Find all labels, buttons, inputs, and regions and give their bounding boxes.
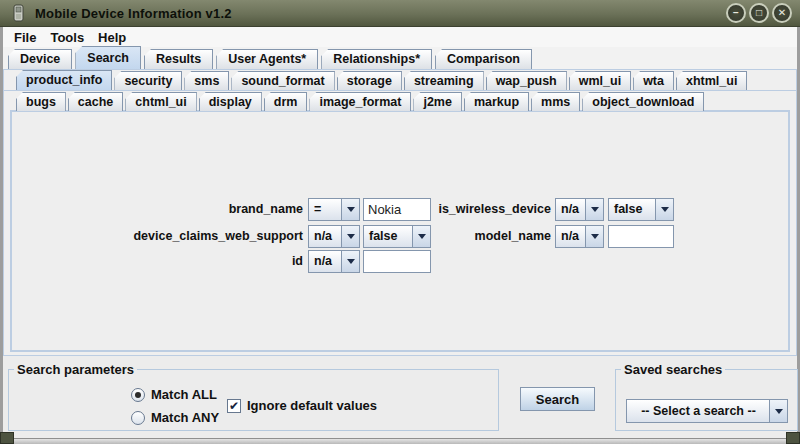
resize-grip-bottom-left[interactable] — [0, 432, 14, 444]
subtab-sound-format[interactable]: sound_format — [231, 71, 334, 90]
subtab-xhtml-ui[interactable]: xhtml_ui — [676, 71, 747, 90]
tab-relationships[interactable]: Relationships* — [321, 49, 432, 69]
resize-grip-bottom-right[interactable] — [786, 432, 800, 444]
id-input[interactable] — [363, 250, 431, 273]
subtab-drm[interactable]: drm — [264, 92, 308, 111]
minimize-icon[interactable]: − — [726, 3, 746, 23]
tab-device[interactable]: Device — [8, 49, 72, 69]
saved-searches-title: Saved searches — [621, 362, 725, 377]
subtab-mms[interactable]: mms — [531, 92, 580, 111]
subtab-object-download[interactable]: object_download — [582, 92, 704, 111]
app-window: Mobile Device Information v1.2 − □ ✕ Fil… — [0, 0, 800, 438]
subtab-wml-ui[interactable]: wml_ui — [569, 71, 631, 90]
ignore-defaults-option[interactable]: ✔ Ignore default values — [227, 398, 377, 413]
match-any-label: Match ANY — [151, 410, 219, 425]
subtab-sms[interactable]: sms — [184, 71, 229, 90]
radio-button-icon[interactable] — [131, 411, 145, 425]
chevron-down-icon[interactable] — [412, 226, 430, 247]
form-row-3: id n/a — [61, 249, 431, 273]
subtab-chtml-ui[interactable]: chtml_ui — [125, 92, 196, 111]
id-operator-select[interactable]: n/a — [308, 250, 360, 273]
form-row-1: brand_name = is_wireless_device n/a fals… — [61, 197, 674, 221]
subtab-bugs[interactable]: bugs — [16, 92, 66, 111]
chevron-down-icon[interactable] — [585, 199, 603, 220]
tab-search[interactable]: Search — [75, 46, 141, 69]
match-all-option[interactable]: Match ALL — [131, 387, 217, 402]
menu-tools[interactable]: Tools — [43, 30, 91, 45]
chevron-down-icon[interactable] — [585, 226, 603, 247]
subtab-markup[interactable]: markup — [464, 92, 529, 111]
subtab-storage[interactable]: storage — [337, 71, 402, 90]
tab-user-agents[interactable]: User Agents* — [216, 49, 318, 69]
search-parameters-group: Search parameters Match ALL Match ANY ✔ … — [8, 362, 499, 431]
brand-name-operator-select[interactable]: = — [308, 198, 360, 221]
checkmark-icon: ✔ — [229, 400, 239, 412]
match-all-label: Match ALL — [151, 387, 217, 402]
tab-results[interactable]: Results — [144, 49, 213, 69]
search-button[interactable]: Search — [520, 387, 595, 411]
subtab-product-info[interactable]: product_info — [16, 70, 112, 90]
chevron-down-icon[interactable] — [655, 199, 673, 220]
sub-tab-bar-row2: bugs cache chtml_ui display drm image_fo… — [3, 91, 797, 111]
subtab-security[interactable]: security — [114, 71, 182, 90]
titlebar: Mobile Device Information v1.2 − □ ✕ — [0, 0, 800, 27]
tab-comparison[interactable]: Comparison — [435, 49, 532, 69]
menu-file[interactable]: File — [7, 30, 43, 45]
menu-help[interactable]: Help — [91, 30, 133, 45]
close-icon[interactable]: ✕ — [772, 3, 792, 23]
window-bottom-border — [0, 438, 800, 444]
model-name-input[interactable] — [608, 225, 674, 248]
subtab-j2me[interactable]: j2me — [413, 92, 462, 111]
chevron-down-icon[interactable] — [769, 400, 787, 422]
subtab-wap-push[interactable]: wap_push — [486, 71, 567, 90]
window-title: Mobile Device Information v1.2 — [35, 6, 232, 21]
chevron-down-icon[interactable] — [341, 251, 359, 272]
checkbox-icon[interactable]: ✔ — [227, 399, 241, 413]
is-wireless-device-operator-select[interactable]: n/a — [555, 198, 604, 221]
subtab-image-format[interactable]: image_format — [309, 92, 411, 111]
is-wireless-device-value-select[interactable]: false — [608, 198, 674, 221]
mobile-phone-icon — [10, 4, 26, 22]
model-name-operator-select[interactable]: n/a — [555, 225, 604, 248]
main-tab-bar: Device Search Results User Agents* Relat… — [3, 47, 797, 70]
subtab-cache[interactable]: cache — [68, 92, 123, 111]
model-name-label: model_name — [433, 229, 551, 243]
search-parameters-title: Search parameters — [14, 362, 137, 377]
id-label: id — [61, 254, 303, 268]
subtab-display[interactable]: display — [199, 92, 262, 111]
device-claims-web-support-label: device_claims_web_support — [61, 229, 303, 243]
chevron-down-icon[interactable] — [341, 199, 359, 220]
subtab-streaming[interactable]: streaming — [404, 71, 484, 90]
bottom-panel: Search parameters Match ALL Match ANY ✔ … — [3, 356, 797, 432]
device-claims-web-support-value-select[interactable]: false — [363, 225, 431, 248]
ignore-defaults-label: Ignore default values — [247, 398, 377, 413]
brand-name-label: brand_name — [61, 202, 303, 216]
radio-button-icon[interactable] — [131, 388, 145, 402]
saved-searches-group: Saved searches -- Select a search -- — [615, 362, 798, 431]
menubar: File Tools Help — [3, 27, 797, 47]
device-claims-web-support-operator-select[interactable]: n/a — [308, 225, 360, 248]
maximize-icon[interactable]: □ — [749, 3, 769, 23]
is-wireless-device-label: is_wireless_device — [433, 202, 551, 216]
form-row-2: device_claims_web_support n/a false mode… — [61, 224, 674, 248]
sub-tab-bar-row1: product_info security sms sound_format s… — [3, 71, 797, 91]
match-any-option[interactable]: Match ANY — [131, 410, 219, 425]
saved-searches-select[interactable]: -- Select a search -- — [626, 399, 788, 423]
subtab-wta[interactable]: wta — [633, 71, 674, 90]
brand-name-input[interactable] — [363, 198, 431, 221]
chevron-down-icon[interactable] — [341, 226, 359, 247]
